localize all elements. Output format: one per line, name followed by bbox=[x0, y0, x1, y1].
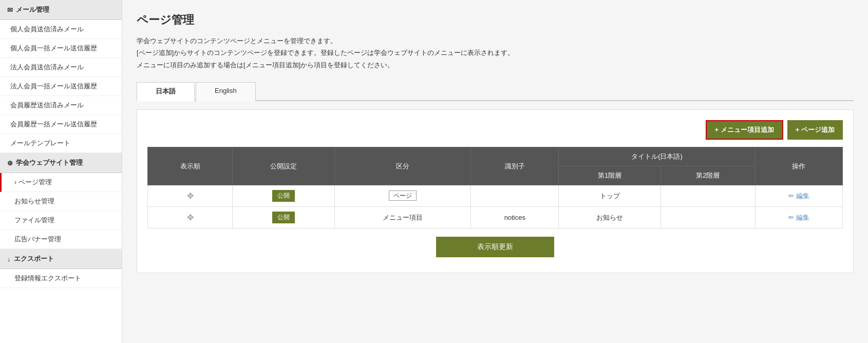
description-line1: 学会ウェブサイトのコンテンツページとメニューを管理できます。 bbox=[137, 37, 337, 45]
status-badge: 公開 bbox=[272, 212, 295, 223]
mail-icon: ✉ bbox=[7, 6, 13, 14]
row1-publish: 公開 bbox=[233, 185, 335, 207]
page-description: 学会ウェブサイトのコンテンツページとメニューを管理できます。 [ページ追加]から… bbox=[137, 35, 854, 71]
row1-identifier bbox=[471, 185, 559, 207]
pencil-icon: ✏ bbox=[788, 192, 794, 200]
sidebar-section-website-label: 学会ウェブサイト管理 bbox=[16, 158, 83, 167]
col-publish: 公開設定 bbox=[233, 147, 335, 185]
sidebar-item-membership-sent[interactable]: 会員履歴送信済みメール bbox=[0, 96, 122, 115]
col-type: 区分 bbox=[334, 147, 471, 185]
table-row: ✥ 公開 ページ トップ ✏ bbox=[148, 185, 843, 207]
sidebar-item-notice-management[interactable]: お知らせ管理 bbox=[0, 192, 122, 211]
page-title: ページ管理 bbox=[137, 12, 854, 28]
description-line2: [ページ追加]からサイトのコンテンツページを登録できます。登録したページは学会ウ… bbox=[137, 49, 514, 56]
pages-table: 表示順 公開設定 区分 識別子 タイトル(日本語) 操作 bbox=[147, 147, 843, 228]
sidebar: ✉ メール管理 個人会員送信済みメール 個人会員一括メール送信履歴 法人会員送信… bbox=[0, 0, 122, 343]
tab-japanese[interactable]: 日本語 bbox=[137, 82, 195, 101]
sidebar-section-export: ↓ エクスポート bbox=[0, 249, 122, 269]
col-level2: 第2階層 bbox=[661, 166, 755, 185]
col-identifier: 識別子 bbox=[471, 147, 559, 185]
row2-publish: 公開 bbox=[233, 207, 335, 228]
status-badge: 公開 bbox=[272, 190, 295, 202]
sidebar-item-individual-bulk-history[interactable]: 個人会員一括メール送信履歴 bbox=[0, 39, 122, 58]
sidebar-item-corporate-bulk-history[interactable]: 法人会員一括メール送信履歴 bbox=[0, 77, 122, 96]
row2-order: ✥ bbox=[148, 207, 233, 228]
sidebar-section-export-label: エクスポート bbox=[14, 254, 54, 263]
update-order-button[interactable]: 表示順更新 bbox=[436, 237, 554, 257]
page-add-button[interactable]: + ページ追加 bbox=[787, 120, 843, 140]
sidebar-section-mail: ✉ メール管理 bbox=[0, 0, 122, 20]
row1-level2 bbox=[661, 185, 755, 207]
row2-level2 bbox=[661, 207, 755, 228]
sidebar-item-page-management[interactable]: › ページ管理 bbox=[0, 173, 122, 192]
edit-link[interactable]: ✏ 編集 bbox=[762, 192, 836, 201]
row2-type: メニュー項目 bbox=[334, 207, 471, 228]
col-level1: 第1階層 bbox=[559, 166, 661, 185]
row1-actions: ✏ 編集 bbox=[755, 185, 842, 207]
bottom-row: 表示順更新 bbox=[147, 237, 843, 257]
col-order: 表示順 bbox=[148, 147, 233, 185]
menu-add-button[interactable]: + メニュー項目追加 bbox=[706, 120, 783, 140]
main-content: ページ管理 学会ウェブサイトのコンテンツページとメニューを管理できます。 [ペー… bbox=[122, 0, 868, 343]
row1-order: ✥ bbox=[148, 185, 233, 207]
row2-identifier: notices bbox=[471, 207, 559, 228]
sidebar-section-website: ⊕ 学会ウェブサイト管理 bbox=[0, 153, 122, 173]
type-text: メニュー項目 bbox=[383, 214, 423, 221]
col-title-group: タイトル(日本語) bbox=[559, 147, 755, 166]
row2-actions: ✏ 編集 bbox=[755, 207, 842, 228]
language-tabs: 日本語 English bbox=[137, 81, 854, 101]
pencil-icon: ✏ bbox=[788, 214, 794, 221]
edit-link[interactable]: ✏ 編集 bbox=[762, 213, 836, 222]
drag-handle-icon[interactable]: ✥ bbox=[187, 213, 194, 222]
sidebar-item-corporate-sent[interactable]: 法人会員送信済みメール bbox=[0, 58, 122, 77]
table-row: ✥ 公開 メニュー項目 notices お知らせ ✏ 編集 bbox=[148, 207, 843, 228]
col-actions: 操作 bbox=[755, 147, 842, 185]
sidebar-item-membership-bulk-history[interactable]: 会員履歴一括メール送信履歴 bbox=[0, 115, 122, 134]
action-row: + メニュー項目追加 + ページ追加 bbox=[147, 120, 843, 140]
website-icon: ⊕ bbox=[7, 159, 13, 167]
sidebar-section-mail-label: メール管理 bbox=[16, 5, 49, 14]
sidebar-item-registration-export[interactable]: 登録情報エクスポート bbox=[0, 269, 122, 288]
sidebar-item-mail-template[interactable]: メールテンプレート bbox=[0, 134, 122, 153]
sidebar-item-file-management[interactable]: ファイル管理 bbox=[0, 211, 122, 230]
description-line3: メニューに項目のみ追加する場合は[メニュー項目追加]から項目を登録してください。 bbox=[137, 61, 394, 69]
sidebar-item-individual-sent[interactable]: 個人会員送信済みメール bbox=[0, 20, 122, 39]
table-container: + メニュー項目追加 + ページ追加 表示順 公開設定 区分 bbox=[137, 109, 854, 273]
row1-type: ページ bbox=[334, 185, 471, 207]
export-icon: ↓ bbox=[7, 255, 11, 263]
type-badge: ページ bbox=[389, 190, 417, 201]
row2-level1: お知らせ bbox=[559, 207, 661, 228]
sidebar-item-ad-banner[interactable]: 広告バナー管理 bbox=[0, 230, 122, 249]
row1-level1: トップ bbox=[559, 185, 661, 207]
drag-handle-icon[interactable]: ✥ bbox=[187, 192, 194, 200]
tab-english[interactable]: English bbox=[196, 82, 256, 101]
